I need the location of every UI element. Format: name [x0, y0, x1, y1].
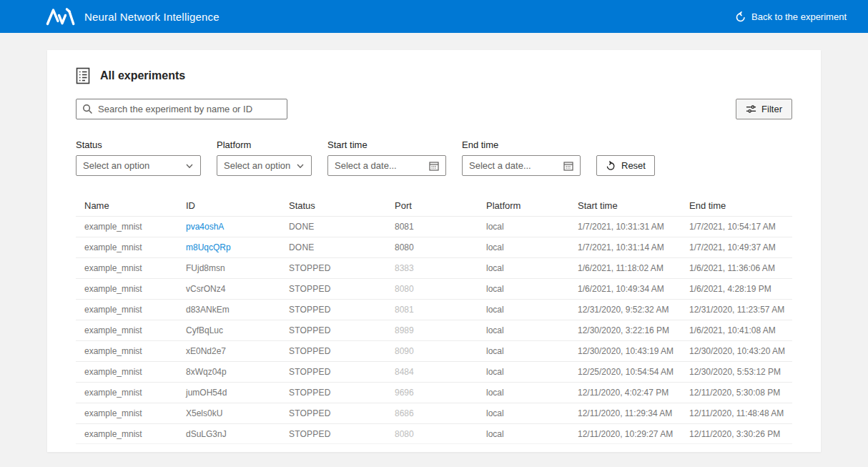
search-box[interactable] — [76, 99, 287, 119]
cell-status: STOPPED — [280, 300, 386, 320]
start-time-field: Start time Select a date... — [327, 139, 446, 176]
table-row[interactable]: example_mnist xE0Nd2e7 STOPPED 8090 loca… — [76, 340, 792, 361]
cell-status: STOPPED — [280, 279, 386, 299]
cell-port: 8080 — [386, 279, 478, 299]
table-row[interactable]: example_mnist jumOH54d STOPPED 9696 loca… — [76, 382, 792, 403]
cell-start: 12/11/2020, 10:29:27 AM — [569, 424, 681, 443]
cell-id[interactable]: dSuLG3nJ — [177, 424, 280, 443]
cell-platform: local — [478, 362, 569, 382]
column-header-id: ID — [177, 195, 280, 216]
cell-platform: local — [478, 320, 569, 340]
cell-status: STOPPED — [280, 258, 386, 278]
cell-id[interactable]: m8UqcQRp — [177, 237, 280, 257]
column-header-start-time: Start time — [569, 195, 681, 216]
status-select[interactable]: Select an option — [76, 155, 201, 176]
platform-field: Platform Select an option — [217, 139, 312, 176]
cell-name: example_mnist — [76, 258, 177, 278]
column-header-name: Name — [76, 195, 177, 216]
cell-id[interactable]: xE0Nd2e7 — [177, 341, 280, 361]
cell-end: 12/11/2020, 5:30:08 PM — [681, 383, 792, 403]
cell-name: example_mnist — [76, 237, 177, 257]
chevron-down-icon — [185, 162, 194, 170]
cell-port: 8484 — [386, 362, 478, 382]
cell-name: example_mnist — [76, 341, 177, 361]
table-row[interactable]: example_mnist X5els0kU STOPPED 8686 loca… — [76, 403, 792, 423]
table-row[interactable]: example_mnist vCsrONz4 STOPPED 8080 loca… — [76, 278, 792, 299]
filter-sliders-icon — [746, 104, 756, 114]
cell-platform: local — [478, 217, 569, 237]
start-time-label: Start time — [327, 139, 446, 150]
cell-name: example_mnist — [76, 383, 177, 403]
controls-row: Filter — [76, 99, 792, 119]
app-title: Neural Network Intelligence — [84, 11, 220, 23]
cell-id[interactable]: pva4oshA — [177, 217, 280, 237]
start-time-date-picker[interactable]: Select a date... — [327, 155, 446, 176]
refresh-icon — [606, 161, 616, 171]
cell-name: example_mnist — [76, 300, 177, 320]
cell-start: 1/7/2021, 10:31:31 AM — [569, 217, 681, 237]
end-time-field: End time Select a date... — [462, 139, 581, 176]
table-row[interactable]: example_mnist pva4oshA DONE 8081 local 1… — [76, 216, 792, 237]
cell-name: example_mnist — [76, 424, 177, 443]
cell-name: example_mnist — [76, 217, 177, 237]
table-row[interactable]: example_mnist m8UqcQRp DONE 8080 local 1… — [76, 237, 792, 257]
platform-label: Platform — [217, 139, 312, 150]
page-title: All experiments — [100, 69, 185, 82]
cell-port: 8080 — [386, 424, 478, 443]
filter-button-label: Filter — [761, 104, 782, 114]
cell-status: STOPPED — [280, 424, 386, 443]
cell-port: 8989 — [386, 320, 478, 340]
status-label: Status — [76, 139, 201, 150]
experiments-table: Name ID Status Port Platform Start time … — [76, 195, 792, 444]
search-icon — [82, 104, 93, 114]
cell-platform: local — [478, 300, 569, 320]
cell-start: 12/30/2020, 3:22:16 PM — [569, 320, 681, 340]
cell-id[interactable]: vCsrONz4 — [177, 279, 280, 299]
end-date-placeholder: Select a date... — [469, 160, 531, 171]
cell-end: 12/30/2020, 5:53:12 PM — [681, 362, 792, 382]
cell-platform: local — [478, 237, 569, 257]
cell-port: 8081 — [386, 300, 478, 320]
table-row[interactable]: example_mnist d83ANkEm STOPPED 8081 loca… — [76, 299, 792, 320]
filter-button[interactable]: Filter — [736, 99, 792, 119]
table-row[interactable]: example_mnist 8xWqz04p STOPPED 8484 loca… — [76, 361, 792, 382]
cell-id[interactable]: FUjd8msn — [177, 258, 280, 278]
chevron-down-icon — [296, 162, 305, 170]
reset-button-label: Reset — [621, 160, 646, 171]
cell-port: 8383 — [386, 258, 478, 278]
cell-status: STOPPED — [280, 362, 386, 382]
cell-name: example_mnist — [76, 403, 177, 423]
table-row[interactable]: example_mnist FUjd8msn STOPPED 8383 loca… — [76, 257, 792, 278]
cell-platform: local — [478, 424, 569, 443]
table-row[interactable]: example_mnist CyfBqLuc STOPPED 8989 loca… — [76, 320, 792, 340]
nni-logo-icon — [46, 7, 76, 26]
cell-end: 1/6/2021, 4:28:19 PM — [681, 279, 792, 299]
back-to-experiment-button[interactable]: Back to the experiment — [735, 11, 847, 22]
cell-port: 8080 — [386, 237, 478, 257]
cell-start: 1/7/2021, 10:31:14 AM — [569, 237, 681, 257]
end-time-date-picker[interactable]: Select a date... — [462, 155, 581, 176]
start-date-placeholder: Select a date... — [335, 160, 397, 171]
reset-button[interactable]: Reset — [596, 155, 655, 176]
page-title-row: All experiments — [76, 67, 792, 84]
cell-status: STOPPED — [280, 320, 386, 340]
cell-end: 1/7/2021, 10:49:37 AM — [681, 237, 792, 257]
cell-id[interactable]: CyfBqLuc — [177, 320, 280, 340]
cell-id[interactable]: 8xWqz04p — [177, 362, 280, 382]
cell-id[interactable]: jumOH54d — [177, 383, 280, 403]
cell-start: 12/30/2020, 10:43:19 AM — [569, 341, 681, 361]
experiments-table-body: example_mnist pva4oshA DONE 8081 local 1… — [76, 216, 792, 444]
cell-platform: local — [478, 279, 569, 299]
cell-end: 12/30/2020, 10:43:20 AM — [681, 341, 792, 361]
top-header-bar: Neural Network Intelligence Back to the … — [0, 0, 868, 33]
platform-select[interactable]: Select an option — [217, 155, 312, 176]
cell-status: STOPPED — [280, 341, 386, 361]
cell-id[interactable]: X5els0kU — [177, 403, 280, 423]
cell-name: example_mnist — [76, 320, 177, 340]
search-input[interactable] — [98, 104, 281, 114]
cell-end: 12/31/2020, 11:23:57 AM — [681, 300, 792, 320]
cell-platform: local — [478, 403, 569, 423]
end-time-label: End time — [462, 139, 581, 150]
table-row[interactable]: example_mnist dSuLG3nJ STOPPED 8080 loca… — [76, 423, 792, 444]
cell-id[interactable]: d83ANkEm — [177, 300, 280, 320]
